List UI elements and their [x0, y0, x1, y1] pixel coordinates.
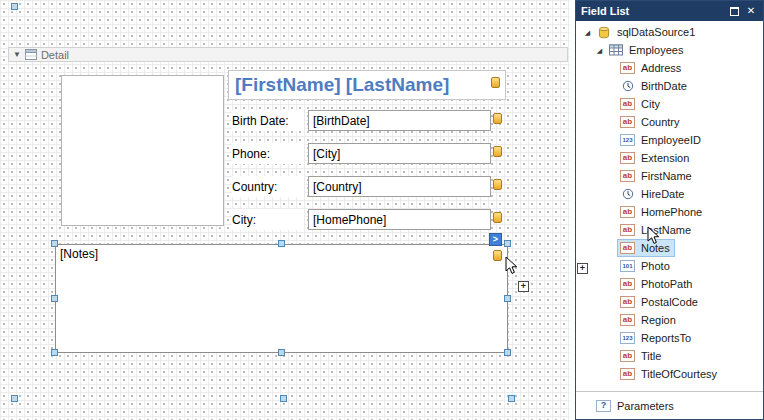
- field-list-item-content: abPhotoPath: [617, 275, 697, 293]
- text-field-icon: ab: [620, 368, 635, 380]
- date-field-icon: [620, 188, 635, 200]
- field-city[interactable]: [City]: [308, 143, 491, 164]
- field-list-item-Address[interactable]: abAddress: [576, 59, 763, 77]
- field-birthdate[interactable]: [BirthDate]: [308, 110, 491, 131]
- field-list-item-PhotoPath[interactable]: abPhotoPath: [576, 275, 763, 293]
- resize-handle[interactable]: [278, 240, 285, 247]
- field-list-item-content: abNotes: [617, 239, 675, 257]
- field-text: [BirthDate]: [313, 114, 370, 128]
- field-list-item-City[interactable]: abCity: [576, 95, 763, 113]
- field-list-item-label: Parameters: [615, 400, 676, 412]
- field-text: [HomePhone]: [313, 213, 386, 227]
- field-list-panel: Field List ✕ ◢sqlDataSource1◢Employeesab…: [575, 0, 764, 420]
- plus-glyph: +: [521, 282, 526, 291]
- field-list-item-label: PostalCode: [639, 296, 700, 308]
- text-field-icon: ab: [620, 242, 635, 254]
- smart-tag-icon[interactable]: [491, 77, 500, 88]
- smart-tag-icon[interactable]: [493, 179, 502, 190]
- smart-tag-arrow-button[interactable]: >: [489, 233, 502, 246]
- date-field-icon: [620, 80, 635, 92]
- band-collapse-icon[interactable]: ▼: [13, 51, 21, 59]
- table-icon: [608, 44, 623, 56]
- field-list-item-Extension[interactable]: abExtension: [576, 149, 763, 167]
- field-list-item-EmployeeID[interactable]: 123EmployeeID: [576, 131, 763, 149]
- parameters-icon: ?: [596, 400, 611, 412]
- field-country[interactable]: [Country]: [308, 176, 491, 197]
- design-surface[interactable]: ▼ Detail [FirstName] [LastName] Birth Da…: [0, 0, 570, 420]
- field-text: [Country]: [313, 180, 362, 194]
- binary-field-icon: 101: [620, 260, 635, 272]
- resize-handle[interactable]: [504, 349, 511, 356]
- field-homephone[interactable]: [HomePhone]: [308, 209, 491, 230]
- report-designer-window: ▼ Detail [FirstName] [LastName] Birth Da…: [0, 0, 764, 420]
- resize-handle[interactable]: [51, 240, 58, 247]
- selection-handle[interactable]: [11, 395, 18, 402]
- field-list-item-content: sqlDataSource1: [593, 23, 700, 41]
- detail-band-header[interactable]: ▼ Detail: [8, 47, 568, 62]
- caption-city[interactable]: City:: [232, 209, 304, 230]
- number-field-icon: 123: [620, 134, 635, 146]
- resize-handle[interactable]: [51, 295, 58, 302]
- field-list-item-Photo[interactable]: 101Photo: [576, 257, 763, 275]
- field-list-item-Region[interactable]: abRegion: [576, 311, 763, 329]
- field-list-item-label: Notes: [639, 242, 672, 254]
- field-list-item-BirthDate[interactable]: BirthDate: [576, 77, 763, 95]
- resize-handle[interactable]: [278, 349, 285, 356]
- caption-phone[interactable]: Phone:: [232, 143, 304, 164]
- text-field-icon: ab: [620, 350, 635, 362]
- field-list-item-content: abCity: [617, 95, 665, 113]
- caption-birth-date[interactable]: Birth Date:: [232, 110, 304, 131]
- field-list-item-content: Employees: [605, 41, 688, 59]
- field-list-item-FirstName[interactable]: abFirstName: [576, 167, 763, 185]
- smart-tag-icon[interactable]: [493, 212, 502, 223]
- smart-tag-icon[interactable]: [493, 113, 502, 124]
- field-list-item-content: abLastName: [617, 221, 696, 239]
- notes-field[interactable]: [Notes]: [55, 244, 508, 353]
- field-list-item-ReportsTo[interactable]: 123ReportsTo: [576, 329, 763, 347]
- field-list-item-content: abTitleOfCourtesy: [617, 365, 722, 383]
- field-list-item-label: HomePhone: [639, 206, 704, 218]
- text-field-icon: ab: [620, 206, 635, 218]
- copy-plus-badge: +: [518, 281, 529, 292]
- restore-icon[interactable]: [727, 4, 741, 18]
- field-list-header[interactable]: Field List ✕: [576, 1, 763, 21]
- close-icon[interactable]: ✕: [744, 4, 758, 18]
- field-list-item-content: abCountry: [617, 113, 685, 131]
- resize-handle[interactable]: [51, 349, 58, 356]
- field-list-item-content: 123EmployeeID: [617, 131, 706, 149]
- field-list-item-Title[interactable]: abTitle: [576, 347, 763, 365]
- expander-icon[interactable]: ◢: [594, 47, 605, 54]
- smart-tag-icon[interactable]: [493, 146, 502, 157]
- field-list-item-PostalCode[interactable]: abPostalCode: [576, 293, 763, 311]
- field-list-item-LastName[interactable]: abLastName: [576, 221, 763, 239]
- field-list-item-label: Region: [639, 314, 678, 326]
- field-list-item-content: BirthDate: [617, 77, 692, 95]
- field-list-item-content: 123ReportsTo: [617, 329, 696, 347]
- field-list-item-Country[interactable]: abCountry: [576, 113, 763, 131]
- expander-icon[interactable]: ◢: [582, 29, 593, 36]
- fullname-label[interactable]: [FirstName] [LastName]: [228, 70, 506, 100]
- smart-tag-icon[interactable]: [493, 250, 502, 261]
- field-list-item-label: BirthDate: [639, 80, 689, 92]
- selection-handle[interactable]: [11, 3, 18, 10]
- field-list-item-Employees[interactable]: ◢Employees: [576, 41, 763, 59]
- field-list-item-sqlDataSource1[interactable]: ◢sqlDataSource1: [576, 23, 763, 41]
- field-list-item-label: PhotoPath: [639, 278, 694, 290]
- field-list-item-Parameters[interactable]: ?Parameters: [576, 391, 763, 416]
- field-list-item-HireDate[interactable]: HireDate: [576, 185, 763, 203]
- caption-country[interactable]: Country:: [232, 176, 304, 197]
- field-text: [City]: [313, 147, 340, 161]
- selection-handle[interactable]: [508, 395, 515, 402]
- picture-box[interactable]: [61, 75, 224, 226]
- resize-handle[interactable]: [504, 295, 511, 302]
- selection-handle[interactable]: [280, 395, 287, 402]
- field-list-item-HomePhone[interactable]: abHomePhone: [576, 203, 763, 221]
- resize-handle[interactable]: [504, 240, 511, 247]
- field-list-item-Notes[interactable]: abNotes: [576, 239, 763, 257]
- fullname-label-text: [FirstName] [LastName]: [235, 74, 449, 96]
- text-field-icon: ab: [620, 62, 635, 74]
- field-list-item-label: Employees: [627, 44, 685, 56]
- text-field-icon: ab: [620, 170, 635, 182]
- text-field-icon: ab: [620, 152, 635, 164]
- field-list-item-TitleOfCourtesy[interactable]: abTitleOfCourtesy: [576, 365, 763, 383]
